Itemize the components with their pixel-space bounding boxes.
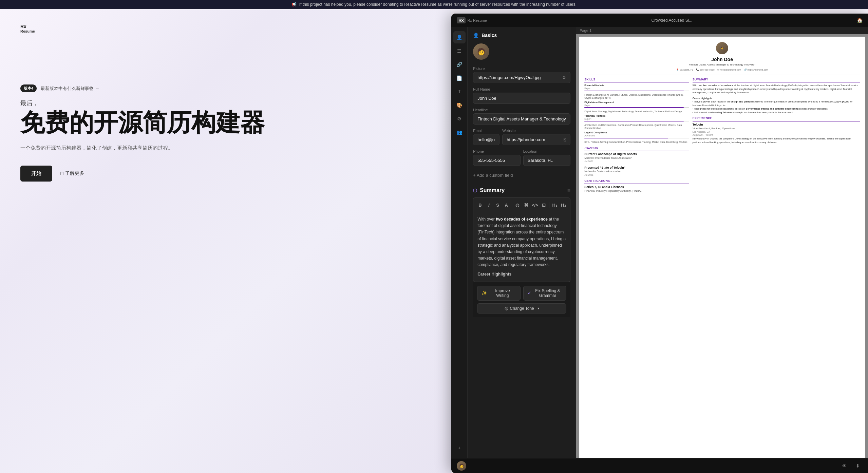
preview-two-col: Skills Financial Markets Expert Foreign …: [584, 78, 860, 196]
sidebar-typography-btn[interactable]: T: [453, 86, 466, 98]
logo-resume: Resume: [20, 29, 35, 34]
fix-spelling-btn[interactable]: ✓ Fix Spelling & Grammar: [523, 286, 567, 301]
banner-text: If this project has helped you, please c…: [299, 2, 577, 7]
website-field-group: Website https://johndoe.com ⎘: [502, 129, 570, 145]
phone-input[interactable]: 555-555-5555: [473, 155, 521, 166]
underline-btn[interactable]: A: [502, 201, 510, 209]
location-field-group: Location Sarasota, FL: [523, 149, 571, 166]
summary-preview-text: With over two decades of experience at t…: [693, 84, 860, 95]
experience-section-title: Experience: [693, 116, 860, 121]
website-copy-icon: ⎘: [564, 137, 566, 142]
version-badge-row: 版本4 最新版本中有什么新鲜事物 →: [20, 84, 431, 92]
check-icon: ✓: [528, 290, 531, 296]
home-icon[interactable]: 🏠: [857, 18, 863, 23]
email-label: Email: [473, 129, 499, 133]
change-tone-label: Change Tone: [510, 306, 534, 311]
phone-label: Phone: [473, 149, 521, 153]
preview-phone: 📞 555-555-5555: [696, 68, 715, 71]
email-website-row: Email hello@johndoe.com Website https://…: [473, 129, 570, 149]
sidebar-template-btn[interactable]: 📄: [453, 72, 466, 84]
full-name-input[interactable]: John Doe: [473, 93, 570, 104]
sidebar-settings-btn[interactable]: ⚙: [453, 113, 466, 125]
preview-name: John Doe: [584, 56, 860, 62]
preview-left-col: Skills Financial Markets Expert Foreign …: [584, 78, 689, 196]
version-link[interactable]: 最新版本中有什么新鲜事物 →: [41, 86, 99, 92]
digital-asset-desc: Digital Asset Strategy, Digital Asset Te…: [584, 110, 689, 113]
website-label: Website: [502, 129, 570, 133]
hero-label: 最后，: [20, 99, 431, 107]
headline-label: Headline: [473, 108, 570, 112]
sidebar-basics-btn[interactable]: 👤: [453, 31, 466, 43]
sidebar-add-btn[interactable]: +: [453, 442, 466, 454]
h2-btn[interactable]: H₂: [559, 201, 567, 209]
banner-icon: 📢: [291, 2, 297, 7]
preview-header: 🧑 John Doe Fintech Digital Assets Manage…: [584, 42, 860, 75]
resume-builder: Rx Rx Resume Crowded Accused Si... 🏠 👤 ☰…: [451, 14, 868, 473]
ai-tools-row: ✨ Improve Writing ✓ Fix Spelling & Gramm…: [477, 286, 566, 301]
sidebar-sections-btn[interactable]: ☰: [453, 45, 466, 57]
full-name-label: Full Name: [473, 87, 570, 91]
anchor-btn[interactable]: ⌘: [522, 201, 530, 209]
user-avatar[interactable]: 🧑: [457, 461, 466, 471]
summary-header: ⬡ Summary ≡: [473, 187, 570, 193]
improve-writing-btn[interactable]: ✨ Improve Writing: [477, 286, 521, 301]
sidebar-links-btn[interactable]: 🔗: [453, 58, 466, 71]
summary-section: ⬡ Summary ≡ B I S A ◎ ⌘ </>: [473, 187, 570, 282]
change-tone-btn[interactable]: ◎ Change Tone ▾: [477, 303, 566, 314]
left-section: Rx Resume 版本4 最新版本中有什么新鲜事物 → 最后， 免费的开源简历…: [0, 10, 451, 473]
website-input[interactable]: https://johndoe.com: [507, 137, 564, 142]
location-label: Location: [523, 149, 571, 153]
career-highlights-preview: Career Highlights • I have a proven trac…: [693, 97, 860, 115]
tone-icon: ◎: [505, 306, 508, 311]
picture-url-input[interactable]: https://i.imgur.com/HgwyOuJ.jpg: [477, 75, 562, 80]
italic-btn[interactable]: I: [485, 201, 493, 209]
basics-icon: 👤: [473, 33, 479, 38]
add-custom-field-label: + Add a custom field: [473, 173, 513, 178]
sidebar-theme-btn[interactable]: 🎨: [453, 99, 466, 111]
sidebar-collab-btn[interactable]: 👥: [453, 126, 466, 138]
financial-markets-desc: Foreign Exchange (FX) Markets, Futures, …: [584, 93, 689, 99]
improve-writing-label: Improve Writing: [489, 288, 516, 298]
learn-more-button[interactable]: □ 了解更多: [60, 170, 84, 176]
summary-title: Summary: [480, 187, 505, 193]
download-icon[interactable]: ⬇: [853, 461, 863, 471]
email-input[interactable]: hello@johndoe.com: [473, 134, 499, 145]
picture-field-group: Picture https://i.imgur.com/HgwyOuJ.jpg …: [473, 67, 570, 83]
location-input[interactable]: Sarasota, FL: [523, 155, 571, 166]
headline-field-group: Headline Fintech Digital Assets Manager …: [473, 108, 570, 125]
full-name-field-group: Full Name John Doe: [473, 87, 570, 104]
bold-btn[interactable]: B: [476, 201, 484, 209]
summary-bold-text: two decades of experience: [496, 217, 548, 222]
skill-technical: Technical Platform Expert: [584, 114, 689, 121]
picture-url-icon: ⚙: [562, 75, 566, 80]
fix-spelling-label: Fix Spelling & Grammar: [533, 288, 562, 298]
preview-job-title: Fintech Digital Assets Manager & Technol…: [584, 63, 860, 67]
email-field-group: Email hello@johndoe.com: [473, 129, 499, 145]
strikethrough-btn[interactable]: S: [494, 201, 502, 209]
technical-desc: Architecture and Development, Continuous…: [584, 124, 689, 130]
website-input-wrapper[interactable]: https://johndoe.com ⎘: [502, 134, 570, 145]
phone-field-group: Phone 555-555-5555: [473, 149, 521, 166]
legal-desc: KYC, Problem Solving Communication, Pres…: [584, 140, 689, 144]
summary-section-title-preview: Summary: [693, 78, 860, 83]
basics-title: Basics: [482, 33, 497, 38]
block-btn[interactable]: ⊡: [540, 201, 548, 209]
eye-icon[interactable]: 👁: [839, 461, 849, 471]
summary-text-area[interactable]: With over two decades of experience at t…: [473, 212, 570, 282]
sparkle-icon: ✨: [482, 290, 487, 296]
profile-avatar: 🧑: [473, 43, 489, 60]
picture-url-field[interactable]: https://i.imgur.com/HgwyOuJ.jpg ⚙: [473, 72, 570, 83]
award-2: Presented "State of Telcoin" Nebraska Ba…: [584, 166, 689, 176]
summary-options-btn[interactable]: ≡: [567, 187, 570, 193]
awards-section-title: Awards: [584, 146, 689, 151]
resume-preview: 🧑 John Doe Fintech Digital Assets Manage…: [579, 37, 865, 458]
headline-input[interactable]: Fintech Digital Assets Manager & Technol…: [473, 113, 570, 125]
bottom-actions: 👁 ⬇: [839, 461, 863, 471]
skill-digital-asset: Digital Asset Management Expert: [584, 101, 689, 108]
exp-telcoin: Telcoin Vice President, Banking Operatio…: [693, 123, 860, 144]
h1-btn[interactable]: H₁: [551, 201, 559, 209]
start-button[interactable]: 开始: [20, 166, 52, 182]
link-btn[interactable]: ◎: [513, 201, 522, 209]
code-btn[interactable]: </>: [531, 201, 539, 209]
add-custom-field-btn[interactable]: + Add a custom field: [473, 170, 570, 181]
